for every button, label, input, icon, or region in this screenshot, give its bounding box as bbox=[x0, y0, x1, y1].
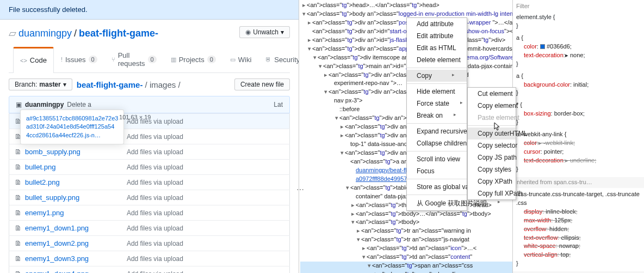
crumb-root[interactable]: beat-flight-game- bbox=[77, 80, 143, 89]
menu-copy-outer[interactable]: Copy outerHTML bbox=[468, 128, 516, 139]
commit-author[interactable]: duanmingpy bbox=[25, 101, 64, 108]
file-link[interactable]: bullet2.png bbox=[25, 178, 60, 186]
file-link[interactable]: enemy1_down3.png bbox=[25, 254, 89, 263]
file-icon: 🗎 bbox=[15, 254, 22, 263]
context-menu-copy[interactable]: Cut element Copy element Paste element C… bbox=[467, 87, 516, 200]
avatar: ▣ bbox=[16, 101, 22, 108]
menu-collapse[interactable]: Collapse children bbox=[407, 137, 467, 149]
context-menu-main[interactable]: Add attribute Edit attribute Edit as HTM… bbox=[406, 17, 467, 211]
tab-issues[interactable]: !Issues0 bbox=[54, 47, 104, 72]
menu-force-state[interactable]: Force state bbox=[407, 98, 467, 110]
tab-code[interactable]: <>Code bbox=[13, 47, 54, 73]
repo-title: ▱ duanmingpy / beat-flight-game- bbox=[9, 27, 239, 39]
file-icon: 🗎 bbox=[15, 178, 22, 186]
menu-hide[interactable]: Hide element bbox=[407, 86, 467, 98]
menu-cut-el[interactable]: Cut element bbox=[468, 88, 516, 100]
tab-wiki[interactable]: ▭Wiki bbox=[223, 47, 259, 72]
menu-add-attr[interactable]: Add attribute bbox=[407, 18, 467, 30]
file-icon: 🗎 bbox=[15, 163, 22, 171]
table-row[interactable]: 🗎enemy1.pngAdd files via upload bbox=[9, 205, 290, 221]
flash-message: File successfully deleted. bbox=[0, 0, 299, 20]
table-row[interactable]: 🗎enemy1_down2.pngAdd files via upload bbox=[9, 236, 290, 251]
file-link[interactable]: bullet.png bbox=[25, 163, 55, 171]
table-row[interactable]: 🗎bullet2.pngAdd files via upload bbox=[9, 175, 290, 190]
commit-bar: ▣ duanmingpy Delete a Lat a#9c1385517cbc… bbox=[9, 96, 290, 113]
unwatch-button[interactable]: ◉Unwatch▾ bbox=[239, 26, 290, 38]
menu-copy-jspath[interactable]: Copy JS path bbox=[468, 151, 516, 163]
menu-focus[interactable]: Focus bbox=[407, 165, 467, 177]
file-link[interactable]: bomb_supply.png bbox=[25, 148, 81, 156]
table-row[interactable]: 🗎bullet_supply.pngAdd files via upload bbox=[9, 190, 290, 205]
menu-scroll[interactable]: Scroll into view bbox=[407, 153, 467, 165]
github-panel: File successfully deleted. ◉Unwatch▾ ▱ d… bbox=[0, 0, 299, 273]
file-link[interactable]: enemy1_down4.png bbox=[25, 270, 89, 273]
table-row[interactable]: 🗎bullet.pngAdd files via upload bbox=[9, 160, 290, 175]
file-icon: 🗎 bbox=[15, 193, 22, 202]
file-icon: 🗎 bbox=[15, 270, 22, 273]
menu-copy-xpath[interactable]: Copy XPath bbox=[468, 175, 516, 187]
create-file-button[interactable]: Create new file bbox=[234, 78, 290, 90]
styles-panel[interactable]: Filterelement.style {}a {color: #0366d6;… bbox=[512, 0, 644, 273]
file-link[interactable]: bullet_supply.png bbox=[25, 193, 79, 202]
menu-paste-el: Paste element bbox=[468, 112, 516, 124]
tab-security[interactable]: ⛨Security bbox=[258, 47, 299, 72]
menu-expand[interactable]: Expand recursively bbox=[407, 125, 467, 137]
menu-copy-el[interactable]: Copy element bbox=[468, 100, 516, 112]
tab-pull-requests[interactable]: ⑂Pull requests0 bbox=[104, 47, 164, 72]
table-row[interactable]: 🗎enemy1_down1.pngAdd files via upload bbox=[9, 221, 290, 236]
commit-msg: Delete a bbox=[67, 101, 91, 108]
file-icon: 🗎 bbox=[15, 148, 22, 156]
menu-google[interactable]: 从 Google 获取图片说明 bbox=[407, 197, 467, 210]
eye-icon: ◉ bbox=[245, 28, 251, 36]
repo-icon: ▱ bbox=[9, 27, 16, 39]
table-row[interactable]: 🗎enemy1_down3.pngAdd files via upload bbox=[9, 251, 290, 266]
file-link[interactable]: enemy1.png bbox=[25, 209, 64, 217]
menu-copy[interactable]: Copy bbox=[407, 70, 467, 82]
table-row[interactable]: 🗎enemy1_down4.pngAdd files via upload bbox=[9, 266, 290, 274]
menu-copy-selector[interactable]: Copy selector bbox=[468, 139, 516, 151]
menu-edit-attr[interactable]: Edit attribute bbox=[407, 30, 467, 42]
file-link[interactable]: enemy1_down1.png bbox=[25, 224, 89, 232]
menu-delete[interactable]: Delete element bbox=[407, 54, 467, 66]
file-icon: 🗎 bbox=[15, 239, 22, 247]
branch-button[interactable]: Branch: master ▾ bbox=[9, 78, 72, 90]
menu-global[interactable]: Store as global variable bbox=[407, 181, 467, 193]
menu-copy-styles[interactable]: Copy styles bbox=[468, 163, 516, 175]
breadcrumb: beat-flight-game- / images / bbox=[77, 80, 181, 89]
repo-link[interactable]: beat-flight-game- bbox=[79, 28, 158, 39]
menu-copy-fullxpath[interactable]: Copy full XPath bbox=[468, 187, 516, 199]
tab-projects[interactable]: ▥Projects0 bbox=[164, 47, 223, 72]
menu-edit-html[interactable]: Edit as HTML bbox=[407, 42, 467, 54]
file-link[interactable]: enemy1_down2.png bbox=[25, 239, 89, 247]
menu-break-on[interactable]: Break on bbox=[407, 110, 467, 122]
hover-tooltip: a#9c1385517cbc8860981a2e72e3ad310f-24a04… bbox=[20, 110, 124, 144]
resize-handle[interactable]: ⋯ bbox=[296, 185, 305, 194]
file-icon: 🗎 bbox=[15, 209, 22, 217]
owner-link[interactable]: duanmingpy bbox=[18, 28, 72, 39]
file-icon: 🗎 bbox=[15, 224, 22, 232]
table-row[interactable]: 🗎bomb_supply.pngAdd files via upload bbox=[9, 144, 290, 160]
repo-tabs: <>Code!Issues0⑂Pull requests0▥Projects0▭… bbox=[9, 47, 290, 73]
